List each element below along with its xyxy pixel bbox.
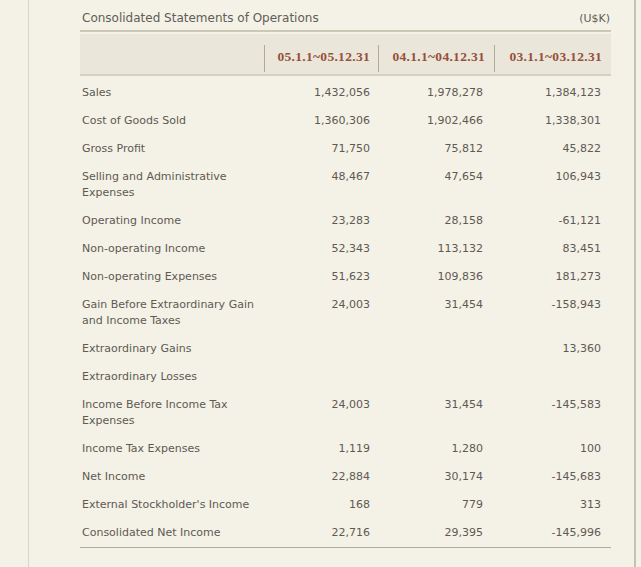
table-row: Consolidated Net Income22,71629,395-145,… — [80, 519, 601, 547]
row-value: 22,884 — [270, 469, 370, 485]
row-label: Non-operating Income — [80, 241, 270, 257]
row-value: 47,654 — [370, 169, 483, 201]
row-value: 1,978,278 — [370, 85, 483, 101]
row-label: Gain Before Extraordinary Gain and Incom… — [80, 297, 270, 329]
currency-unit-label: (U$K) — [579, 12, 611, 25]
row-value: -145,996 — [483, 525, 601, 541]
row-label: Non-operating Expenses — [80, 269, 270, 285]
row-value: 313 — [483, 497, 601, 513]
row-value: 71,750 — [270, 141, 370, 157]
column-header-period-2003: 03.1.1~03.12.31 — [494, 34, 611, 74]
table-header-row: 05.1.1~05.12.31 04.1.1~04.12.31 03.1.1~0… — [80, 34, 611, 76]
table-row: Sales1,432,0561,978,2781,384,123 — [80, 79, 601, 107]
table-row: Non-operating Income52,343113,13283,451 — [80, 235, 601, 263]
row-value: 113,132 — [370, 241, 483, 257]
table-row: Extraordinary Losses — [80, 363, 601, 391]
row-value: 100 — [483, 441, 601, 457]
table-row: Non-operating Expenses51,623109,836181,2… — [80, 263, 601, 291]
row-value: 23,283 — [270, 213, 370, 229]
row-value — [270, 369, 370, 385]
row-value: 31,454 — [370, 297, 483, 329]
row-value: 13,360 — [483, 341, 601, 357]
row-value: 779 — [370, 497, 483, 513]
row-value: 24,003 — [270, 297, 370, 329]
row-value: 75,812 — [370, 141, 483, 157]
row-label: Selling and Administrative Expenses — [80, 169, 270, 201]
row-value: 45,822 — [483, 141, 601, 157]
row-value: 52,343 — [270, 241, 370, 257]
row-value — [370, 341, 483, 357]
row-label: Income Tax Expenses — [80, 441, 270, 457]
table-row: Net Income22,88430,174-145,683 — [80, 463, 601, 491]
table-row: Extraordinary Gains13,360 — [80, 335, 601, 363]
row-value — [483, 369, 601, 385]
statement-header: Consolidated Statements of Operations (U… — [80, 0, 611, 32]
table-row: Gross Profit71,75075,81245,822 — [80, 135, 601, 163]
row-value: 109,836 — [370, 269, 483, 285]
table-row: External Stockholder's Income168779313 — [80, 491, 601, 519]
row-value: -158,943 — [483, 297, 601, 329]
table-body: Sales1,432,0561,978,2781,384,123Cost of … — [80, 76, 611, 548]
row-value: -145,583 — [483, 397, 601, 429]
row-value — [270, 341, 370, 357]
row-value: -61,121 — [483, 213, 601, 229]
row-label: Consolidated Net Income — [80, 525, 270, 541]
row-label: Gross Profit — [80, 141, 270, 157]
table-row: Cost of Goods Sold1,360,3061,902,4661,33… — [80, 107, 601, 135]
row-value: 1,360,306 — [270, 113, 370, 129]
table-row: Income Tax Expenses1,1191,280100 — [80, 435, 601, 463]
row-value: 22,716 — [270, 525, 370, 541]
row-value: 24,003 — [270, 397, 370, 429]
row-value: 181,273 — [483, 269, 601, 285]
row-value — [370, 369, 483, 385]
row-value: 1,384,123 — [483, 85, 601, 101]
row-value: 1,432,056 — [270, 85, 370, 101]
financial-table: 05.1.1~05.12.31 04.1.1~04.12.31 03.1.1~0… — [80, 34, 611, 548]
page-right-border — [634, 0, 636, 567]
column-header-period-2005: 05.1.1~05.12.31 — [264, 34, 378, 74]
row-value: 83,451 — [483, 241, 601, 257]
row-value: 28,158 — [370, 213, 483, 229]
row-value: 1,280 — [370, 441, 483, 457]
row-label: Sales — [80, 85, 270, 101]
row-label: Cost of Goods Sold — [80, 113, 270, 129]
row-label: Extraordinary Losses — [80, 369, 270, 385]
row-label: Extraordinary Gains — [80, 341, 270, 357]
row-value: 30,174 — [370, 469, 483, 485]
row-label: Net Income — [80, 469, 270, 485]
header-label-spacer — [80, 34, 264, 74]
row-label: Operating Income — [80, 213, 270, 229]
table-row: Gain Before Extraordinary Gain and Incom… — [80, 291, 601, 335]
table-row: Operating Income23,28328,158-61,121 — [80, 207, 601, 235]
row-value: 29,395 — [370, 525, 483, 541]
statement-section: Consolidated Statements of Operations (U… — [80, 0, 611, 548]
row-value: 31,454 — [370, 397, 483, 429]
row-value: -145,683 — [483, 469, 601, 485]
page-title: Consolidated Statements of Operations — [82, 11, 319, 25]
row-value: 1,902,466 — [370, 113, 483, 129]
table-row: Selling and Administrative Expenses48,46… — [80, 163, 601, 207]
row-value: 168 — [270, 497, 370, 513]
table-row: Income Before Income Tax Expenses24,0033… — [80, 391, 601, 435]
row-value: 106,943 — [483, 169, 601, 201]
page-left-border — [28, 0, 29, 567]
row-label: External Stockholder's Income — [80, 497, 270, 513]
column-header-period-2004: 04.1.1~04.12.31 — [378, 34, 494, 74]
row-value: 1,338,301 — [483, 113, 601, 129]
row-value: 51,623 — [270, 269, 370, 285]
row-value: 48,467 — [270, 169, 370, 201]
row-label: Income Before Income Tax Expenses — [80, 397, 270, 429]
row-value: 1,119 — [270, 441, 370, 457]
